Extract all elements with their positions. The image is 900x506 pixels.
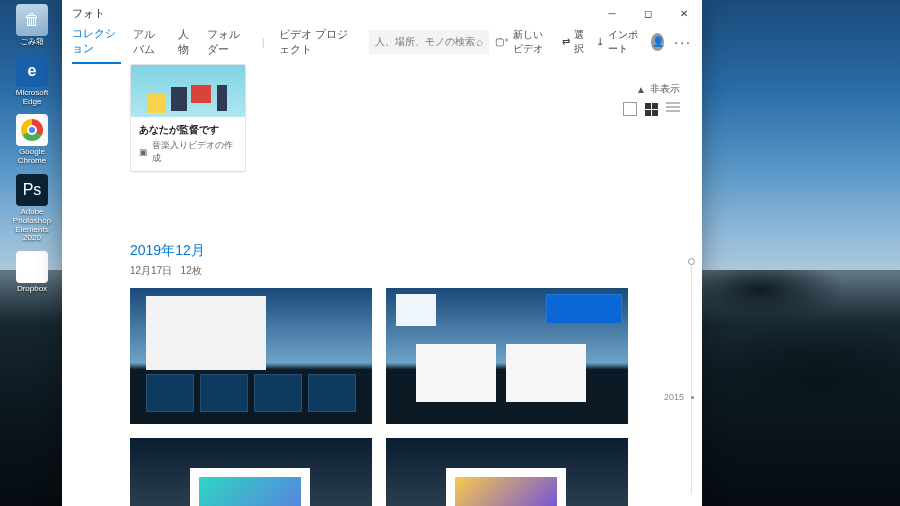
desktop-icon-label: ごみ箱 bbox=[6, 38, 58, 47]
card-illustration bbox=[131, 65, 245, 117]
timeline-knob[interactable] bbox=[688, 258, 695, 265]
search-icon[interactable]: ⌕ bbox=[476, 35, 483, 49]
recycle-bin-icon: 🗑 bbox=[16, 4, 48, 36]
card-meta: あなたが監督です ▣ 音楽入りビデオの作成 bbox=[131, 117, 245, 171]
google-chrome-icon bbox=[16, 114, 48, 146]
card-subtitle: ▣ 音楽入りビデオの作成 bbox=[139, 139, 237, 165]
desktop-icons: 🗑ごみ箱eMicrosoft EdgeGoogle ChromePsAdobe … bbox=[6, 4, 60, 302]
view-toggle bbox=[623, 102, 680, 116]
content-area: あなたが監督です ▣ 音楽入りビデオの作成 ▲ 非表示 2019年12月 bbox=[62, 58, 702, 506]
maximize-button[interactable]: ◻ bbox=[630, 0, 666, 26]
photos-window: フォト ─ ◻ ✕ コレクション アルバム 人物 フォルダー | ビデオ プロジ… bbox=[62, 0, 702, 506]
thumbnail-grid bbox=[130, 288, 686, 506]
card-title: あなたが監督です bbox=[139, 123, 237, 137]
tab-album[interactable]: アルバム bbox=[133, 21, 166, 63]
new-video-label: 新しいビデオ bbox=[513, 28, 552, 56]
person-icon: 👤 bbox=[652, 36, 664, 47]
more-button[interactable]: ··· bbox=[674, 34, 692, 50]
timeline-line bbox=[691, 262, 692, 494]
select-button[interactable]: ⇄ 選択 bbox=[562, 28, 585, 56]
non-display-label: 非表示 bbox=[650, 82, 680, 96]
photo-thumbnail[interactable] bbox=[130, 438, 372, 506]
microsoft-edge-icon: e bbox=[16, 55, 48, 87]
non-display-toggle[interactable]: ▲ 非表示 bbox=[636, 82, 680, 96]
new-video-button[interactable]: ▢⁺ 新しいビデオ bbox=[495, 28, 552, 56]
view-grid[interactable] bbox=[645, 103, 658, 116]
desktop-icon-dropbox[interactable]: ⬢Dropbox bbox=[6, 251, 58, 294]
nav-tabs: コレクション アルバム 人物 フォルダー | ビデオ プロジェクト bbox=[72, 20, 355, 64]
toolbar: コレクション アルバム 人物 フォルダー | ビデオ プロジェクト ⌕ ▢⁺ 新… bbox=[62, 26, 702, 58]
desktop-icon-label: Microsoft Edge bbox=[6, 89, 58, 107]
year-timeline[interactable]: 2015 2014 2013 bbox=[666, 248, 696, 498]
tab-folders[interactable]: フォルダー bbox=[207, 21, 248, 63]
photo-thumbnail[interactable] bbox=[386, 438, 628, 506]
section-header[interactable]: 2019年12月 bbox=[130, 242, 686, 260]
photo-thumbnail[interactable] bbox=[130, 288, 372, 424]
section-subheader: 12月17日 12枚 bbox=[130, 264, 686, 278]
photo-thumbnail[interactable] bbox=[386, 288, 628, 424]
desktop-icon-google-chrome[interactable]: Google Chrome bbox=[6, 114, 58, 166]
tab-video-projects[interactable]: ビデオ プロジェクト bbox=[279, 21, 355, 63]
card-sub-label: 音楽入りビデオの作成 bbox=[152, 139, 237, 165]
import-button[interactable]: ⤓ インポート bbox=[596, 28, 641, 56]
dropbox-icon: ⬢ bbox=[16, 251, 48, 283]
desktop: 🗑ごみ箱eMicrosoft EdgeGoogle ChromePsAdobe … bbox=[0, 0, 900, 506]
select-icon: ⇄ bbox=[562, 36, 570, 47]
video-icon: ▢⁺ bbox=[495, 36, 509, 47]
view-single[interactable] bbox=[623, 102, 637, 116]
user-avatar[interactable]: 👤 bbox=[651, 33, 664, 51]
close-button[interactable]: ✕ bbox=[666, 0, 702, 26]
section-count: 12枚 bbox=[181, 265, 202, 276]
window-buttons: ─ ◻ ✕ bbox=[594, 0, 702, 26]
search-input[interactable] bbox=[375, 36, 476, 47]
view-list[interactable] bbox=[666, 102, 680, 116]
photoshop-elements-icon: Ps bbox=[16, 174, 48, 206]
import-icon: ⤓ bbox=[596, 36, 604, 47]
chevron-up-icon: ▲ bbox=[636, 84, 646, 95]
tab-collection[interactable]: コレクション bbox=[72, 20, 121, 64]
minimize-button[interactable]: ─ bbox=[594, 0, 630, 26]
desktop-icon-label: Google Chrome bbox=[6, 148, 58, 166]
separator: | bbox=[262, 36, 265, 48]
director-card[interactable]: あなたが監督です ▣ 音楽入りビデオの作成 bbox=[130, 64, 246, 172]
section-date: 12月17日 bbox=[130, 265, 172, 276]
desktop-icon-label: Dropbox bbox=[6, 285, 58, 294]
music-video-icon: ▣ bbox=[139, 147, 148, 157]
toolbar-right: ▢⁺ 新しいビデオ ⇄ 選択 ⤓ インポート 👤 ··· bbox=[495, 28, 692, 56]
timeline-year[interactable]: 2015 bbox=[664, 392, 684, 402]
tab-people[interactable]: 人物 bbox=[178, 21, 194, 63]
select-label: 選択 bbox=[574, 28, 585, 56]
desktop-icon-label: Adobe Photoshop Elements 2020 bbox=[6, 208, 58, 243]
month-section: 2019年12月 12月17日 12枚 bbox=[130, 242, 686, 506]
desktop-icon-photoshop-elements[interactable]: PsAdobe Photoshop Elements 2020 bbox=[6, 174, 58, 243]
desktop-icon-recycle-bin[interactable]: 🗑ごみ箱 bbox=[6, 4, 58, 47]
import-label: インポート bbox=[608, 28, 641, 56]
search-box[interactable]: ⌕ bbox=[369, 30, 489, 54]
desktop-icon-microsoft-edge[interactable]: eMicrosoft Edge bbox=[6, 55, 58, 107]
window-title: フォト bbox=[72, 6, 105, 21]
